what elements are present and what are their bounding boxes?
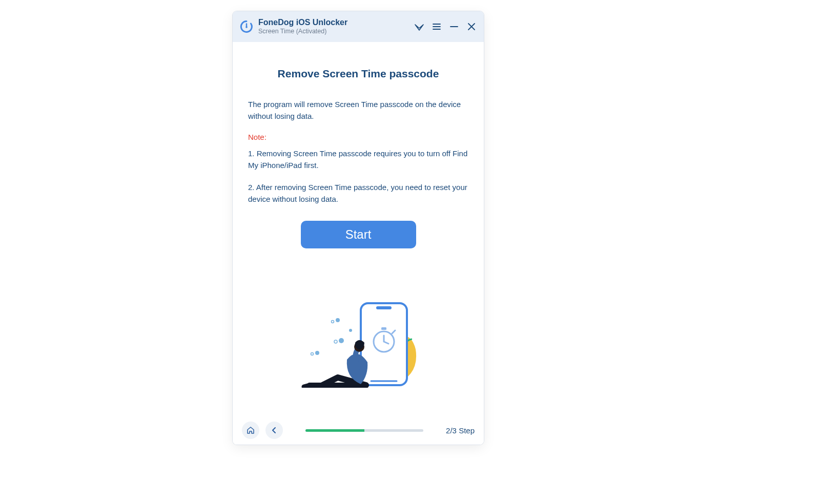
title-controls xyxy=(414,22,477,32)
app-subtitle: Screen Time (Activated) xyxy=(258,28,347,36)
start-button[interactable]: Start xyxy=(301,221,416,248)
step-label: 2/3 Step xyxy=(446,426,475,435)
note-1-text: 1. Removing Screen Time passcode require… xyxy=(248,148,468,172)
svg-point-6 xyxy=(336,318,340,322)
footer-bar: 2/3 Step xyxy=(233,416,484,445)
bubbles-decoration xyxy=(311,318,353,355)
app-title: FoneDog iOS Unlocker xyxy=(258,17,347,28)
svg-point-10 xyxy=(334,340,337,343)
svg-point-12 xyxy=(311,352,314,355)
app-logo-icon xyxy=(240,20,253,33)
page-title: Remove Screen Time passcode xyxy=(248,68,468,80)
illustration xyxy=(248,285,468,388)
person-illustration xyxy=(304,340,367,388)
home-icon xyxy=(246,426,255,435)
description-text: The program will remove Screen Time pass… xyxy=(248,98,468,122)
app-window: FoneDog iOS Unlocker Screen Time (Activa… xyxy=(233,11,484,445)
svg-point-11 xyxy=(315,351,319,355)
svg-point-8 xyxy=(349,329,352,332)
title-text: FoneDog iOS Unlocker Screen Time (Activa… xyxy=(258,17,347,36)
note-label: Note: xyxy=(248,133,468,141)
svg-point-7 xyxy=(332,320,334,323)
main-content: Remove Screen Time passcode The program … xyxy=(233,42,484,416)
title-bar: FoneDog iOS Unlocker Screen Time (Activa… xyxy=(233,11,484,42)
back-button[interactable] xyxy=(265,422,283,439)
svg-rect-1 xyxy=(376,306,392,309)
phone-icon xyxy=(361,303,407,385)
chevron-left-icon xyxy=(270,426,279,435)
progress-fill xyxy=(305,429,364,432)
svg-point-9 xyxy=(339,338,344,343)
minimize-icon[interactable] xyxy=(449,22,459,32)
home-button[interactable] xyxy=(242,422,259,439)
note-2-text: 2. After removing Screen Time passcode, … xyxy=(248,181,468,205)
progress-bar xyxy=(289,429,440,432)
feedback-icon[interactable] xyxy=(414,22,424,32)
svg-rect-4 xyxy=(381,327,386,330)
menu-icon[interactable] xyxy=(432,22,442,32)
close-icon[interactable] xyxy=(466,22,477,32)
